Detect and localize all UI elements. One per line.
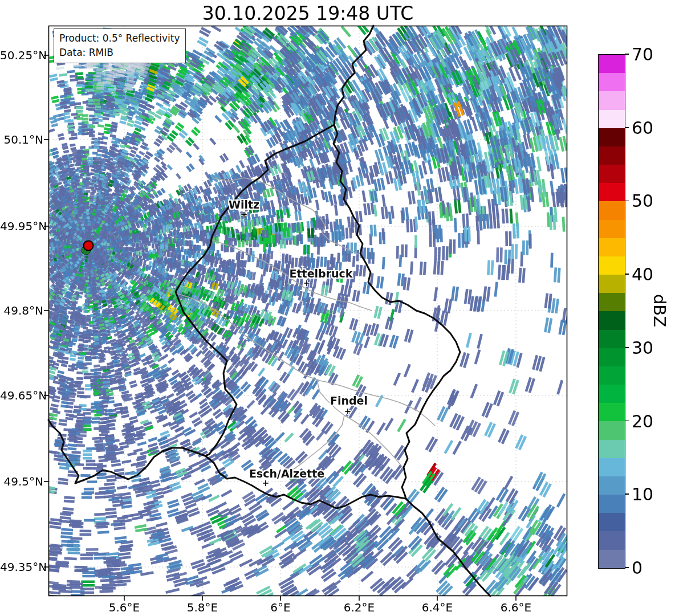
colorbar-tick-label: 30 (632, 337, 653, 357)
colorbar-segment (599, 183, 625, 201)
colorbar-tick-label: 70 (632, 44, 653, 64)
colorbar-segment (599, 73, 625, 91)
colorbar-segment (599, 495, 625, 513)
lat-tick-label: 50.1°N (0, 133, 43, 146)
colorbar-segment (599, 513, 625, 531)
colorbar-segment (599, 55, 625, 73)
page-title: 30.10.2025 19:48 UTC (48, 2, 567, 25)
city-label: Wiltz (229, 198, 259, 211)
city-marker-cross: + (344, 406, 352, 417)
city-label: Findel (330, 394, 368, 407)
lon-tick-label: 6.4°E (422, 601, 453, 614)
colorbar-tick-label: 20 (632, 411, 653, 431)
radar-reflectivity-layer (49, 26, 567, 595)
colorbar-tick-mark (625, 567, 629, 568)
product-info-line1: Product: 0.5° Reflectivity (59, 31, 180, 46)
colorbar-segment (599, 256, 625, 275)
colorbar-segment (599, 421, 625, 439)
colorbar-segment (599, 348, 625, 366)
colorbar-segment (599, 128, 625, 146)
radar-map-window: 30.10.2025 19:48 UTC Product: 0.5° Refle… (0, 0, 675, 616)
lat-tick-label: 49.8°N (0, 304, 43, 317)
product-info-line2: Data: RMIB (59, 46, 180, 60)
colorbar-tick-mark (625, 493, 629, 495)
city-label: Ettelbruck (290, 267, 353, 280)
colorbar-tick-mark (625, 421, 629, 422)
colorbar-tick-label: 60 (632, 117, 653, 137)
colorbar-segment (599, 165, 625, 183)
colorbar-tick-mark (625, 274, 629, 275)
colorbar-tick-label: 40 (632, 264, 653, 284)
city-label: Esch/Alzette (249, 467, 324, 480)
colorbar-segment (599, 311, 625, 329)
lon-tick-label: 5.6°E (109, 601, 140, 614)
lat-tick-label: 49.5°N (0, 475, 43, 488)
colorbar-segment (599, 440, 625, 458)
lon-tick-label: 6.6°E (501, 601, 531, 614)
colorbar-tick-mark (625, 347, 629, 348)
radar-site-marker (83, 240, 94, 251)
colorbar-segment (599, 238, 625, 256)
colorbar-segment (599, 146, 625, 165)
colorbar-tick-mark (625, 54, 629, 55)
colorbar-segment (599, 293, 625, 311)
colorbar-segment (599, 201, 625, 219)
colorbar (598, 54, 625, 569)
lat-tick-label: 49.35°N (0, 560, 43, 574)
product-info-box: Product: 0.5° Reflectivity Data: RMIB (54, 28, 186, 63)
colorbar-segment (599, 531, 625, 549)
colorbar-axis-label: dBZ (650, 294, 669, 327)
colorbar-segment (599, 91, 625, 109)
colorbar-tick-label: 0 (632, 558, 643, 578)
colorbar-segment (599, 110, 625, 128)
lat-tick-label: 50.25°N (0, 48, 43, 62)
colorbar-segment (599, 275, 625, 293)
lon-tick-label: 6°E (270, 601, 290, 614)
colorbar-tick-mark (625, 201, 629, 202)
colorbar-segment (599, 550, 625, 568)
colorbar-tick-label: 10 (632, 484, 653, 504)
colorbar-segment (599, 366, 625, 385)
lon-tick-label: 6.2°E (344, 601, 375, 614)
colorbar-segment (599, 476, 625, 495)
colorbar-segment (599, 220, 625, 238)
colorbar-segment (599, 403, 625, 421)
city-marker-cross: + (241, 210, 248, 220)
colorbar-segment (599, 385, 625, 403)
colorbar-tick-label: 50 (632, 191, 653, 211)
colorbar-tick-mark (625, 127, 629, 128)
colorbar-segment (599, 330, 625, 348)
lat-tick-label: 49.95°N (0, 219, 43, 233)
colorbar-segment (599, 458, 625, 476)
lon-tick-label: 5.8°E (187, 601, 218, 614)
lat-tick-label: 49.65°N (0, 389, 43, 402)
